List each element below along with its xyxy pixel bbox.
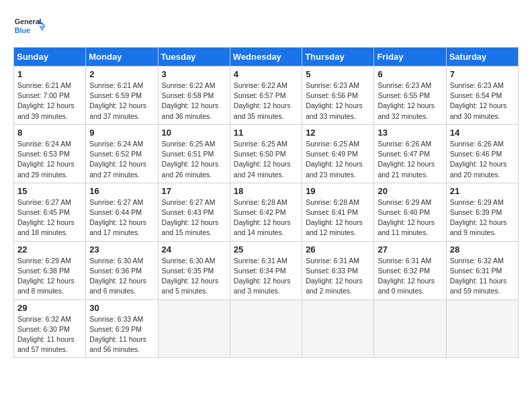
day-number: 23 <box>89 244 154 255</box>
day-number: 16 <box>89 186 154 196</box>
calendar-cell: 16Sunrise: 6:27 AMSunset: 6:44 PMDayligh… <box>86 183 158 241</box>
calendar-cell: 23Sunrise: 6:30 AMSunset: 6:36 PMDayligh… <box>86 241 158 300</box>
day-detail: Sunrise: 6:29 AMSunset: 6:39 PMDaylight:… <box>450 197 515 238</box>
day-number: 14 <box>450 128 515 138</box>
calendar-cell: 30Sunrise: 6:33 AMSunset: 6:29 PMDayligh… <box>86 300 158 358</box>
day-detail: Sunrise: 6:21 AMSunset: 6:59 PMDaylight:… <box>89 81 154 122</box>
day-detail: Sunrise: 6:23 AMSunset: 6:55 PMDaylight:… <box>378 81 442 122</box>
day-detail: Sunrise: 6:22 AMSunset: 6:58 PMDaylight:… <box>162 81 226 122</box>
calendar-week-3: 22Sunrise: 6:29 AMSunset: 6:38 PMDayligh… <box>14 241 519 300</box>
day-number: 4 <box>234 69 298 79</box>
calendar-cell: 8Sunrise: 6:24 AMSunset: 6:53 PMDaylight… <box>14 124 86 183</box>
calendar-week-1: 8Sunrise: 6:24 AMSunset: 6:53 PMDaylight… <box>14 124 519 183</box>
calendar-cell: 1Sunrise: 6:21 AMSunset: 7:00 PMDaylight… <box>14 66 86 125</box>
day-detail: Sunrise: 6:27 AMSunset: 6:43 PMDaylight:… <box>162 197 226 238</box>
day-detail: Sunrise: 6:30 AMSunset: 6:36 PMDaylight:… <box>89 256 154 297</box>
calendar-cell <box>158 300 230 358</box>
day-number: 19 <box>306 186 370 196</box>
calendar-cell <box>230 300 302 358</box>
day-number: 1 <box>17 69 82 79</box>
day-number: 21 <box>450 186 515 196</box>
calendar-cell: 20Sunrise: 6:29 AMSunset: 6:40 PMDayligh… <box>374 183 446 241</box>
day-detail: Sunrise: 6:29 AMSunset: 6:38 PMDaylight:… <box>17 256 82 297</box>
day-number: 13 <box>378 128 442 138</box>
calendar-cell: 21Sunrise: 6:29 AMSunset: 6:39 PMDayligh… <box>446 183 518 241</box>
calendar-week-4: 29Sunrise: 6:32 AMSunset: 6:30 PMDayligh… <box>14 300 519 358</box>
day-number: 5 <box>306 69 370 79</box>
day-detail: Sunrise: 6:26 AMSunset: 6:47 PMDaylight:… <box>378 139 442 180</box>
day-number: 24 <box>162 244 226 255</box>
calendar-cell: 29Sunrise: 6:32 AMSunset: 6:30 PMDayligh… <box>14 300 86 358</box>
day-detail: Sunrise: 6:31 AMSunset: 6:33 PMDaylight:… <box>306 256 370 297</box>
calendar-cell: 15Sunrise: 6:27 AMSunset: 6:45 PMDayligh… <box>14 183 86 241</box>
calendar-cell: 22Sunrise: 6:29 AMSunset: 6:38 PMDayligh… <box>14 241 86 300</box>
day-number: 11 <box>234 128 298 138</box>
day-detail: Sunrise: 6:27 AMSunset: 6:44 PMDaylight:… <box>89 197 154 238</box>
calendar-cell: 5Sunrise: 6:23 AMSunset: 6:56 PMDaylight… <box>302 66 374 125</box>
day-detail: Sunrise: 6:30 AMSunset: 6:35 PMDaylight:… <box>162 256 226 297</box>
calendar-table: SundayMondayTuesdayWednesdayThursdayFrid… <box>13 47 519 358</box>
day-detail: Sunrise: 6:32 AMSunset: 6:30 PMDaylight:… <box>17 314 82 355</box>
day-detail: Sunrise: 6:25 AMSunset: 6:50 PMDaylight:… <box>234 139 298 180</box>
day-number: 25 <box>234 244 298 255</box>
day-detail: Sunrise: 6:24 AMSunset: 6:53 PMDaylight:… <box>17 139 82 180</box>
calendar-cell: 24Sunrise: 6:30 AMSunset: 6:35 PMDayligh… <box>158 241 230 300</box>
logo-svg: General Blue <box>13 13 54 40</box>
calendar-cell: 3Sunrise: 6:22 AMSunset: 6:58 PMDaylight… <box>158 66 230 125</box>
logo: General Blue <box>13 13 54 40</box>
day-header-friday: Friday <box>374 48 446 66</box>
day-number: 30 <box>89 303 154 313</box>
calendar-cell: 28Sunrise: 6:32 AMSunset: 6:31 PMDayligh… <box>446 241 518 300</box>
day-detail: Sunrise: 6:33 AMSunset: 6:29 PMDaylight:… <box>89 314 154 355</box>
day-detail: Sunrise: 6:24 AMSunset: 6:52 PMDaylight:… <box>89 139 154 180</box>
page-header: General Blue <box>13 13 519 40</box>
day-number: 15 <box>17 186 82 196</box>
calendar-week-0: 1Sunrise: 6:21 AMSunset: 7:00 PMDaylight… <box>14 66 519 125</box>
day-number: 2 <box>89 69 154 79</box>
day-detail: Sunrise: 6:21 AMSunset: 7:00 PMDaylight:… <box>17 81 82 122</box>
day-detail: Sunrise: 6:31 AMSunset: 6:32 PMDaylight:… <box>378 256 442 297</box>
day-header-saturday: Saturday <box>446 48 518 66</box>
day-detail: Sunrise: 6:22 AMSunset: 6:57 PMDaylight:… <box>234 81 298 122</box>
calendar-cell: 14Sunrise: 6:26 AMSunset: 6:46 PMDayligh… <box>446 124 518 183</box>
svg-text:Blue: Blue <box>15 26 30 34</box>
day-header-thursday: Thursday <box>302 48 374 66</box>
calendar-cell: 11Sunrise: 6:25 AMSunset: 6:50 PMDayligh… <box>230 124 302 183</box>
calendar-cell: 9Sunrise: 6:24 AMSunset: 6:52 PMDaylight… <box>86 124 158 183</box>
day-number: 27 <box>378 244 442 255</box>
day-number: 22 <box>17 244 82 255</box>
day-header-wednesday: Wednesday <box>230 48 302 66</box>
day-header-tuesday: Tuesday <box>158 48 230 66</box>
day-header-sunday: Sunday <box>14 48 86 66</box>
calendar-cell: 27Sunrise: 6:31 AMSunset: 6:32 PMDayligh… <box>374 241 446 300</box>
calendar-cell: 26Sunrise: 6:31 AMSunset: 6:33 PMDayligh… <box>302 241 374 300</box>
day-number: 28 <box>450 244 515 255</box>
calendar-cell: 25Sunrise: 6:31 AMSunset: 6:34 PMDayligh… <box>230 241 302 300</box>
day-detail: Sunrise: 6:26 AMSunset: 6:46 PMDaylight:… <box>450 139 515 180</box>
day-number: 7 <box>450 69 515 79</box>
calendar-cell: 19Sunrise: 6:28 AMSunset: 6:41 PMDayligh… <box>302 183 374 241</box>
calendar-cell: 4Sunrise: 6:22 AMSunset: 6:57 PMDaylight… <box>230 66 302 125</box>
calendar-cell: 13Sunrise: 6:26 AMSunset: 6:47 PMDayligh… <box>374 124 446 183</box>
day-detail: Sunrise: 6:31 AMSunset: 6:34 PMDaylight:… <box>234 256 298 297</box>
calendar-cell <box>302 300 374 358</box>
day-detail: Sunrise: 6:23 AMSunset: 6:54 PMDaylight:… <box>450 81 515 122</box>
day-number: 29 <box>17 303 82 313</box>
day-detail: Sunrise: 6:23 AMSunset: 6:56 PMDaylight:… <box>306 81 370 122</box>
calendar-cell: 10Sunrise: 6:25 AMSunset: 6:51 PMDayligh… <box>158 124 230 183</box>
calendar-week-2: 15Sunrise: 6:27 AMSunset: 6:45 PMDayligh… <box>14 183 519 241</box>
day-detail: Sunrise: 6:27 AMSunset: 6:45 PMDaylight:… <box>17 197 82 238</box>
day-detail: Sunrise: 6:29 AMSunset: 6:40 PMDaylight:… <box>378 197 442 238</box>
day-header-monday: Monday <box>86 48 158 66</box>
day-number: 26 <box>306 244 370 255</box>
calendar-cell: 18Sunrise: 6:28 AMSunset: 6:42 PMDayligh… <box>230 183 302 241</box>
day-number: 9 <box>89 128 154 138</box>
calendar-cell: 12Sunrise: 6:25 AMSunset: 6:49 PMDayligh… <box>302 124 374 183</box>
day-number: 20 <box>378 186 442 196</box>
day-detail: Sunrise: 6:32 AMSunset: 6:31 PMDaylight:… <box>450 256 515 297</box>
day-number: 17 <box>162 186 226 196</box>
day-number: 10 <box>162 128 226 138</box>
day-detail: Sunrise: 6:25 AMSunset: 6:51 PMDaylight:… <box>162 139 226 180</box>
svg-marker-4 <box>39 26 46 32</box>
svg-text:General: General <box>15 17 42 26</box>
